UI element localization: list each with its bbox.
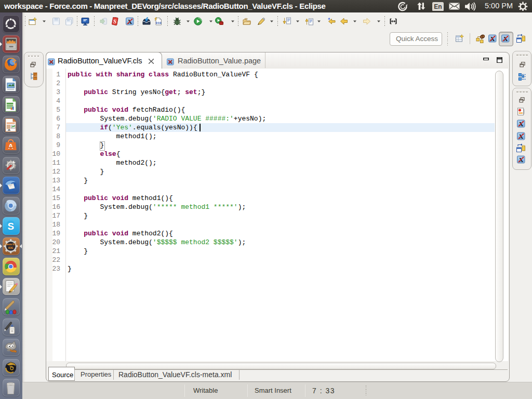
svg-text:IDE: IDE bbox=[8, 246, 14, 249]
svg-text:Java EE: Java EE bbox=[5, 243, 17, 246]
svg-text:S: S bbox=[8, 221, 15, 232]
svg-text:A: A bbox=[8, 143, 14, 151]
